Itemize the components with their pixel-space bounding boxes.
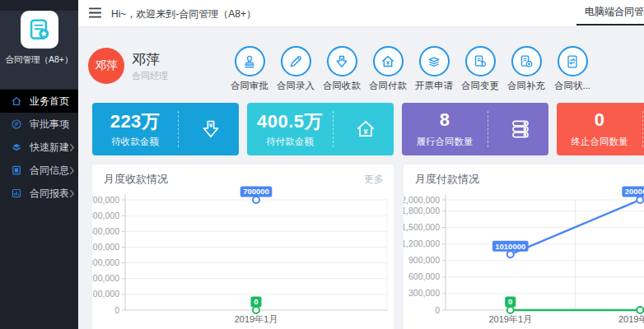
svg-text:0: 0 <box>508 297 512 306</box>
svg-text:¥: ¥ <box>363 127 367 136</box>
quick-action-contract-entry[interactable]: 合同录入 <box>273 46 319 92</box>
card-divider <box>178 111 179 147</box>
sidebar-item-contract-reports[interactable]: 合同报表 <box>0 182 78 205</box>
svg-text:900,000: 900,000 <box>408 255 440 265</box>
sidebar-item-label: 合同报表 <box>30 187 69 201</box>
quick-action-label: 合同补充 <box>507 80 545 92</box>
svg-text:1,200,000: 1,200,000 <box>404 239 440 248</box>
svg-text:200,000: 200,000 <box>92 273 119 283</box>
svg-text:¥: ¥ <box>340 56 343 61</box>
card-divider <box>488 111 488 147</box>
invoice-request-circle <box>419 46 450 76</box>
home-icon <box>11 95 22 107</box>
stat-card-receivable-amount[interactable]: 223万待收款金额¥ <box>92 103 239 155</box>
doc-refresh-icon <box>471 53 489 71</box>
app-title: 合同管理（A8+） <box>0 54 78 66</box>
layers-icon <box>425 53 443 71</box>
pay-yen-icon: ¥ <box>379 53 397 71</box>
doc-swap-icon <box>563 53 581 71</box>
svg-text:100,000: 100,000 <box>92 289 119 299</box>
stat-value: 223万 <box>92 109 178 134</box>
card-divider <box>642 111 643 147</box>
stat-card-payable-amount[interactable]: 400.5万待付款金额¥ <box>247 103 394 155</box>
chart-title: 月度收款情况 <box>104 172 168 187</box>
app-logo[interactable]: 合同管理（A8+） <box>0 11 78 89</box>
contract-doc-star-icon <box>26 16 54 44</box>
contract-management-dashboard: 合同管理（A8+） 业务首页审批事项快速新建合同信息合同报表 Hi~，欢迎来到-… <box>0 0 644 329</box>
sidebar-item-approval-items[interactable]: 审批事项 <box>0 113 78 136</box>
card-stack-icon <box>499 115 542 143</box>
contract-status-circle <box>558 46 588 76</box>
tab-desktop-contract-management[interactable]: 电脑端合同管理 <box>576 0 644 25</box>
quick-action-label: 开票申请 <box>415 80 453 92</box>
contract-supplement-circle <box>511 46 542 76</box>
chart-panel-monthly-receipts: 月度收款情况更多0100,000200,000300,000400,000500… <box>92 164 394 329</box>
stat-label: 终止合同数量 <box>557 136 642 148</box>
quick-action-label: 合同变更 <box>461 80 499 92</box>
sidebar-item-quick-create[interactable]: 快速新建 <box>0 136 78 159</box>
contract-entry-circle <box>281 46 311 76</box>
svg-text:¥: ¥ <box>386 59 390 65</box>
stat-card-terminated-contracts[interactable]: 0终止合同数量 <box>557 103 644 155</box>
quick-action-invoice-request[interactable]: 开票申请 <box>411 46 457 92</box>
chart-title: 月度付款情况 <box>415 172 479 187</box>
contract-change-circle <box>465 46 496 76</box>
chart-canvas: 0300,000600,000900,0001,200,0001,500,000… <box>404 186 644 329</box>
card-divider <box>333 111 334 147</box>
sidebar-item-label: 快速新建 <box>30 141 69 155</box>
svg-text:2,000,000: 2,000,000 <box>404 195 440 205</box>
svg-text:2019年2月: 2019年2月 <box>618 314 644 324</box>
card-receive-icon: ¥ <box>198 116 224 142</box>
avatar[interactable]: 邓萍 <box>88 48 124 84</box>
svg-text:2019年1月: 2019年1月 <box>488 314 532 324</box>
svg-text:1010000: 1010000 <box>495 242 525 251</box>
quick-action-contract-supplement[interactable]: 合同补充 <box>503 46 549 92</box>
card-pay-icon: ¥ <box>352 116 379 142</box>
avatar-text: 邓萍 <box>96 58 118 73</box>
svg-text:600,000: 600,000 <box>408 271 440 281</box>
user-role: 合同经理 <box>132 70 168 82</box>
quick-action-contract-status[interactable]: 合同状... <box>549 46 595 92</box>
stamp-icon <box>240 53 259 71</box>
chart-canvas: 0100,000200,000300,000400,000500,000600,… <box>92 186 394 329</box>
sidebar-item-business-home[interactable]: 业务首页 <box>0 90 78 113</box>
svg-text:2019年1月: 2019年1月 <box>235 314 278 324</box>
contract-approval-circle <box>235 46 265 76</box>
card-stack-icon <box>507 116 534 142</box>
stat-label: 待收款金额 <box>92 136 178 148</box>
sidebar-item-contract-info[interactable]: 合同信息 <box>0 159 78 182</box>
menu-toggle-icon[interactable] <box>88 7 102 18</box>
contract-receipt-circle: ¥ <box>327 46 357 76</box>
svg-text:0: 0 <box>435 305 440 315</box>
stat-card-executing-contracts[interactable]: 8履行合同数量 <box>402 103 548 155</box>
more-link[interactable]: 更多 <box>364 173 384 187</box>
stat-label: 履行合同数量 <box>402 136 488 148</box>
quick-action-contract-receipt[interactable]: ¥合同收款 <box>319 46 365 92</box>
svg-text:0: 0 <box>114 305 119 315</box>
chevron-right-icon <box>69 166 75 175</box>
user-name: 邓萍 <box>132 50 160 69</box>
tab-label: 电脑端合同管理 <box>585 6 644 17</box>
quick-action-contract-approval[interactable]: 合同审批 <box>226 46 273 92</box>
quick-action-label: 合同录入 <box>277 80 315 92</box>
sidebar-menu: 业务首页审批事项快速新建合同信息合同报表 <box>0 89 78 205</box>
svg-text:700000: 700000 <box>243 187 269 196</box>
quick-actions-row: 合同审批合同录入¥合同收款¥合同付款开票申请合同变更合同补充合同状... <box>226 46 595 92</box>
svg-text:400,000: 400,000 <box>92 242 119 252</box>
svg-text:0: 0 <box>254 297 258 306</box>
charts-row: 月度收款情况更多0100,000200,000300,000400,000500… <box>92 164 644 329</box>
audit-icon <box>11 118 22 130</box>
svg-text:500,000: 500,000 <box>92 226 119 236</box>
svg-text:2000000: 2000000 <box>625 187 644 196</box>
sidebar-item-label: 业务首页 <box>30 95 72 109</box>
cube-icon <box>11 141 22 153</box>
stat-cards-row: 223万待收款金额¥400.5万待付款金额¥8履行合同数量0终止合同数量 <box>92 103 644 155</box>
svg-text:1,500,000: 1,500,000 <box>404 222 440 232</box>
doc-icon <box>11 164 22 176</box>
chart-panel-monthly-payments: 月度付款情况0300,000600,000900,0001,200,0001,5… <box>404 164 644 329</box>
quick-action-contract-change[interactable]: 合同变更 <box>457 46 503 92</box>
svg-text:1,800,000: 1,800,000 <box>404 206 440 215</box>
sidebar-item-label: 审批事项 <box>30 118 72 132</box>
card-receive-icon: ¥ <box>189 115 232 143</box>
quick-action-contract-payment[interactable]: ¥合同付款 <box>365 46 411 92</box>
